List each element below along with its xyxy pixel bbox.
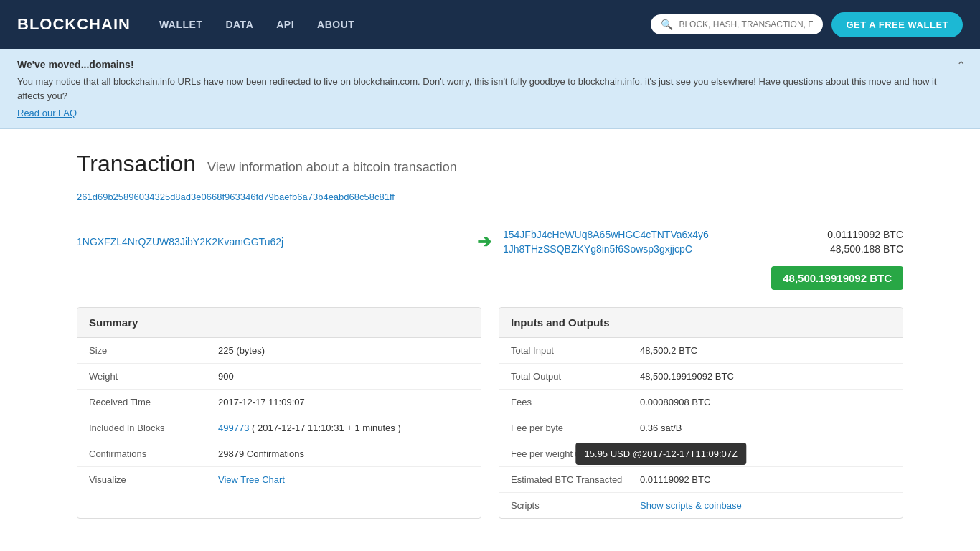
banner-title: We've moved...domains! [17, 59, 963, 70]
nav-wallet[interactable]: WALLET [159, 19, 203, 30]
banner-close-button[interactable]: ⌃ [956, 59, 966, 72]
io-label-total-output: Total Output [511, 371, 640, 382]
tx-output-addresses: 154JFbJ4cHeWUq8A65wHGC4cTNTVa6x4y6 1Jh8T… [503, 229, 827, 255]
tables-section: Summary Size 225 (bytes) Weight 900 Rece… [77, 307, 903, 519]
search-input[interactable] [679, 19, 813, 29]
summary-value-confirmations: 29879 Confirmations [218, 448, 304, 459]
io-label-fee-per-byte: Fee per byte [511, 423, 640, 433]
output-address-1[interactable]: 154JFbJ4cHeWUq8A65wHGC4cTNTVa6x4y6 [503, 229, 827, 240]
transaction-flow: 1NGXFZL4NrQZUW83JibY2K2KvamGGTu62j ➔ 154… [77, 217, 903, 266]
page-title: Transaction [77, 151, 196, 177]
io-label-fees: Fees [511, 397, 640, 408]
summary-row-weight: Weight 900 [77, 364, 481, 390]
io-value-fees: 0.00080908 BTC [640, 397, 710, 408]
nav-links: WALLET DATA API ABOUT [159, 19, 651, 30]
summary-row-confirmations: Confirmations 29879 Confirmations [77, 441, 481, 467]
summary-label-confirmations: Confirmations [89, 448, 218, 459]
summary-row-blocks: Included In Blocks 499773 ( 2017-12-17 1… [77, 415, 481, 441]
page-header: Transaction View information about a bit… [77, 151, 903, 177]
banner-text: You may notice that all blockchain.info … [17, 75, 963, 103]
fee-per-byte-value: 0.36 sat/B [640, 423, 682, 433]
tx-output-amounts: 0.01119092 BTC 48,500.188 BTC [827, 229, 903, 255]
io-value-total-output: 48,500.19919092 BTC [640, 371, 734, 382]
io-value-total-input: 48,500.2 BTC [640, 345, 697, 356]
transaction-hash[interactable]: 261d69b25896034325d8ad3e0668f963346fd79b… [77, 192, 903, 202]
nav-data[interactable]: DATA [225, 19, 253, 30]
output-amount-2: 48,500.188 BTC [830, 243, 903, 255]
output-amount-1: 0.01119092 BTC [827, 229, 903, 240]
show-scripts-link[interactable]: Show scripts & coinbase [640, 500, 742, 511]
page-subtitle: View information about a bitcoin transac… [207, 160, 457, 175]
tx-inputs: 1NGXFZL4NrQZUW83JibY2K2KvamGGTu62j [77, 236, 477, 248]
io-label-total-input: Total Input [511, 345, 640, 356]
search-box: 🔍 [651, 14, 823, 34]
summary-label-visualize: Visualize [89, 474, 218, 485]
block-link[interactable]: 499773 [218, 423, 249, 433]
summary-value-visualize: View Tree Chart [218, 474, 285, 485]
tx-total-amount: 48,500.19919092 BTC [771, 266, 903, 290]
summary-label-size: Size [89, 345, 218, 356]
io-label-estimated-btc: Estimated BTC Transacted [511, 474, 640, 485]
inputs-outputs-table: Inputs and Outputs Total Input 48,500.2 … [499, 307, 903, 519]
summary-row-visualize: Visualize View Tree Chart [77, 467, 481, 492]
summary-label-received: Received Time [89, 397, 218, 408]
get-wallet-button[interactable]: GET A FREE WALLET [831, 12, 963, 37]
inputs-outputs-header: Inputs and Outputs [499, 308, 903, 338]
summary-label-weight: Weight [89, 371, 218, 382]
io-row-fee-per-byte: Fee per byte 0.36 sat/B 15.95 USD @2017-… [499, 415, 903, 441]
view-tree-chart-link[interactable]: View Tree Chart [218, 474, 285, 485]
io-value-scripts: Show scripts & coinbase [640, 500, 742, 511]
summary-header: Summary [77, 308, 481, 338]
io-row-fees: Fees 0.00080908 BTC [499, 390, 903, 415]
fee-tooltip-container: 0.36 sat/B 15.95 USD @2017-12-17T11:09:0… [640, 423, 682, 433]
navbar-right: 🔍 GET A FREE WALLET [651, 12, 963, 37]
io-value-fee-per-byte: 0.36 sat/B 15.95 USD @2017-12-17T11:09:0… [640, 423, 682, 433]
tx-arrow-icon: ➔ [477, 232, 491, 252]
io-row-total-input: Total Input 48,500.2 BTC [499, 338, 903, 364]
nav-api[interactable]: API [276, 19, 294, 30]
notification-banner: We've moved...domains! You may notice th… [0, 49, 980, 129]
output-address-2[interactable]: 1Jh8THzSSQBZKYg8in5f6Sowsp3gxjjcpC [503, 243, 827, 255]
summary-value-weight: 900 [218, 371, 234, 382]
summary-label-blocks: Included In Blocks [89, 423, 218, 433]
banner-faq-link[interactable]: Read our FAQ [17, 108, 77, 118]
io-value-estimated-btc: 0.01119092 BTC [640, 474, 710, 485]
io-row-total-output: Total Output 48,500.19919092 BTC [499, 364, 903, 390]
summary-row-size: Size 225 (bytes) [77, 338, 481, 364]
io-label-scripts: Scripts [511, 500, 640, 511]
brand-logo: BLOCKCHAIN [17, 15, 131, 34]
search-icon: 🔍 [661, 19, 673, 30]
io-row-estimated-btc: Estimated BTC Transacted 0.01119092 BTC [499, 467, 903, 493]
navbar: BLOCKCHAIN WALLET DATA API ABOUT 🔍 GET A… [0, 0, 980, 49]
fee-tooltip: 15.95 USD @2017-12-17T11:09:07Z [576, 443, 746, 465]
nav-about[interactable]: ABOUT [317, 19, 354, 30]
summary-value-received: 2017-12-17 11:09:07 [218, 397, 305, 408]
input-address[interactable]: 1NGXFZL4NrQZUW83JibY2K2KvamGGTu62j [77, 236, 283, 248]
summary-value-blocks: 499773 ( 2017-12-17 11:10:31 + 1 minutes… [218, 423, 401, 433]
summary-table: Summary Size 225 (bytes) Weight 900 Rece… [77, 307, 481, 519]
io-row-scripts: Scripts Show scripts & coinbase [499, 493, 903, 518]
summary-value-size: 225 (bytes) [218, 345, 265, 356]
summary-row-received: Received Time 2017-12-17 11:09:07 [77, 390, 481, 415]
main-content: Transaction View information about a bit… [60, 129, 920, 540]
